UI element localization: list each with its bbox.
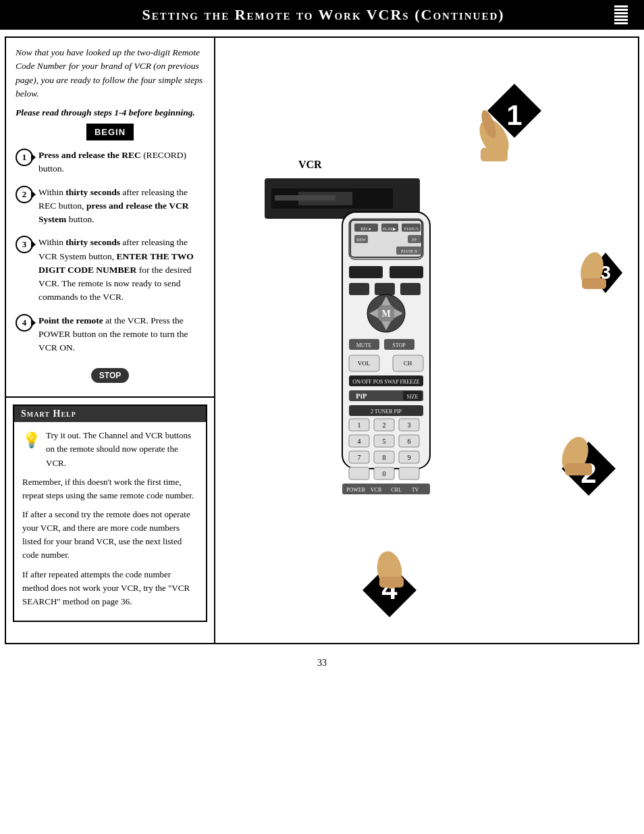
svg-text:VOL: VOL xyxy=(358,360,371,367)
step-3-badge: 3 xyxy=(16,236,33,253)
step-4-text: Point the remote at the VCR. Press the P… xyxy=(38,314,205,355)
hand-2 xyxy=(558,434,593,477)
main-content: Now that you have looked up the two-digi… xyxy=(5,36,639,644)
page-container: Setting the Remote to Work VCRs (Continu… xyxy=(0,0,644,834)
svg-text:3: 3 xyxy=(408,421,411,429)
step-4-badge: 4 xyxy=(16,314,33,332)
svg-text:PAUSE II: PAUSE II xyxy=(401,249,417,253)
svg-text:CH: CH xyxy=(404,360,412,367)
smart-help-tip: 💡 Try it out. The Channel and VCR button… xyxy=(22,429,198,469)
step-2: 2 Within thirty seconds after releasing … xyxy=(16,186,205,227)
svg-text:5: 5 xyxy=(383,438,386,445)
vcr-label: VCR xyxy=(298,159,322,170)
page-number: 33 xyxy=(317,658,327,668)
step-4: 4 Point the remote at the VCR. Press the… xyxy=(16,314,205,355)
svg-text:M: M xyxy=(381,309,390,319)
step-3: 3 Within thirty seconds after releasing … xyxy=(16,236,205,304)
stop-btn-row: STOP xyxy=(16,364,205,387)
svg-rect-10 xyxy=(349,283,369,295)
step-1: 1 Press and release the REC (RECORD) but… xyxy=(16,149,205,176)
smart-help-header: Smart Help xyxy=(14,406,206,422)
bold-italic-text: Please read through steps 1-4 before beg… xyxy=(16,107,205,118)
page-footer: 33 xyxy=(0,651,644,675)
lightbulb-icon: 💡 xyxy=(22,429,41,452)
step-number-1-text: 1 xyxy=(506,99,522,131)
svg-text:POWER: POWER xyxy=(346,487,366,493)
svg-rect-57 xyxy=(399,467,419,479)
svg-text:REW: REW xyxy=(356,238,366,242)
svg-rect-5 xyxy=(275,195,336,201)
diagram-area: VCR 1 xyxy=(222,45,631,636)
svg-text:REC●: REC● xyxy=(360,227,371,231)
svg-text:FF: FF xyxy=(412,238,417,242)
page-header: Setting the Remote to Work VCRs (Continu… xyxy=(0,0,644,30)
svg-text:8: 8 xyxy=(383,454,386,461)
header-icon xyxy=(609,5,633,24)
svg-text:PiP: PiP xyxy=(356,392,367,400)
diagram-svg: VCR 1 xyxy=(231,63,622,617)
svg-rect-9 xyxy=(390,266,423,278)
svg-rect-66 xyxy=(582,278,606,289)
smart-help-tip-text: Try it out. The Channel and VCR buttons … xyxy=(46,429,198,469)
stop-button[interactable]: STOP xyxy=(91,368,129,383)
begin-btn-row: BEGIN xyxy=(16,124,205,147)
svg-text:MUTE: MUTE xyxy=(356,342,372,348)
begin-button[interactable]: BEGIN xyxy=(86,124,134,140)
svg-text:ON/OFF  POS  SWAP  FREEZE: ON/OFF POS SWAP FREEZE xyxy=(352,379,420,385)
svg-text:6: 6 xyxy=(408,438,411,445)
svg-text:CBL: CBL xyxy=(391,487,402,493)
svg-rect-64 xyxy=(565,463,592,475)
smart-help-p3: If after repeated attempts the code numb… xyxy=(22,568,198,608)
svg-text:STATUS: STATUS xyxy=(404,227,419,231)
smart-help-content: 💡 Try it out. The Channel and VCR button… xyxy=(14,422,206,621)
svg-rect-8 xyxy=(349,266,383,278)
svg-text:TV: TV xyxy=(412,487,419,493)
svg-rect-12 xyxy=(400,283,421,295)
left-panel: Now that you have looked up the two-digi… xyxy=(6,38,215,643)
svg-rect-68 xyxy=(379,577,404,588)
step-3-text: Within thirty seconds after releasing th… xyxy=(38,236,205,304)
svg-rect-1 xyxy=(481,148,508,161)
header-title: Setting the Remote to Work VCRs (Continu… xyxy=(38,6,609,24)
instructions-box: Now that you have looked up the two-digi… xyxy=(6,38,214,398)
svg-text:2: 2 xyxy=(383,421,386,429)
svg-text:1: 1 xyxy=(358,421,361,429)
svg-text:2 TUNER PIP: 2 TUNER PIP xyxy=(371,409,402,415)
svg-text:4: 4 xyxy=(358,438,361,445)
svg-text:7: 7 xyxy=(358,454,361,461)
step-1-text: Press and release the REC (RECORD) butto… xyxy=(38,149,205,176)
hand-3 xyxy=(577,250,607,290)
svg-rect-11 xyxy=(375,283,395,295)
svg-text:0: 0 xyxy=(383,470,386,477)
step-2-text: Within thirty seconds after releasing th… xyxy=(38,186,205,227)
svg-text:PLAY▶: PLAY▶ xyxy=(383,227,396,231)
smart-help-box: Smart Help 💡 Try it out. The Channel and… xyxy=(13,405,207,622)
step-1-badge: 1 xyxy=(16,149,33,166)
smart-help-p2: If after a second try the remote does no… xyxy=(22,508,198,563)
right-panel: VCR 1 xyxy=(215,38,638,643)
svg-text:STOP: STOP xyxy=(392,342,406,348)
svg-rect-54 xyxy=(349,467,369,479)
svg-text:VCR: VCR xyxy=(371,487,382,493)
svg-text:9: 9 xyxy=(408,454,411,461)
intro-text: Now that you have looked up the two-digi… xyxy=(16,46,205,101)
step-2-badge: 2 xyxy=(16,186,33,203)
svg-text:SIZE: SIZE xyxy=(407,394,419,400)
smart-help-p1: Remember, if this doesn't work the first… xyxy=(22,475,198,502)
